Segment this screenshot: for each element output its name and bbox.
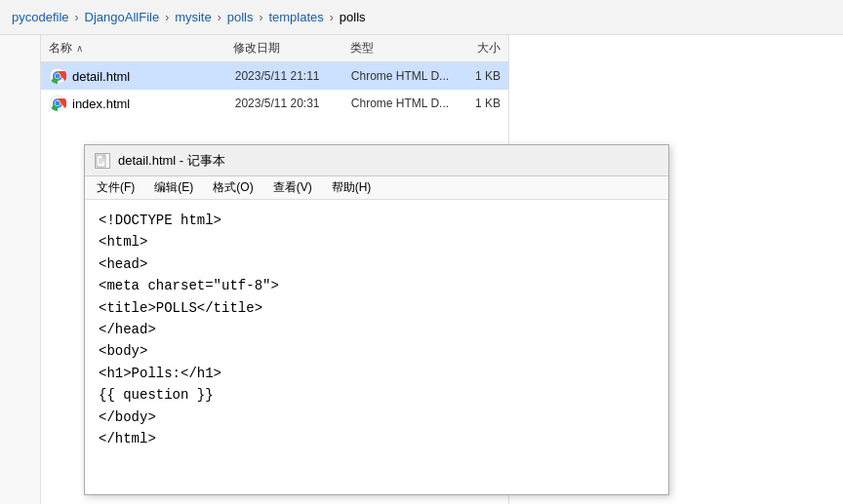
notepad-menu-edit[interactable]: 编辑(E) [150,177,197,198]
code-line: <body> [99,340,655,362]
notepad-window: detail.html - 记事本 文件(F) 编辑(E) 格式(O) 查看(V… [84,144,669,495]
col-header-modified[interactable]: 修改日期 [233,40,350,57]
notepad-title-text: detail.html - 记事本 [118,152,225,170]
col-header-name[interactable]: 名称 ∧ [49,40,233,57]
breadcrumb-item-4[interactable]: templates [268,10,323,24]
notepad-titlebar: detail.html - 记事本 [85,145,668,176]
file-size-detail: 1 KB [451,69,501,83]
file-modified-index: 2023/5/11 20:31 [235,97,351,110]
breadcrumb-bar: pycodefile › DjangoAllFile › mysite › po… [0,0,843,35]
breadcrumb-item-3[interactable]: polls [227,10,254,24]
col-header-type[interactable]: 类型 [350,40,451,57]
code-line: </head> [99,319,655,340]
code-line: <head> [99,253,655,275]
file-size-index: 1 KB [451,97,501,110]
notepad-menu-format[interactable]: 格式(O) [209,177,257,198]
notepad-menu: 文件(F) 编辑(E) 格式(O) 查看(V) 帮助(H) [85,176,668,200]
file-type-detail: Chrome HTML D... [351,69,451,83]
notepad-menu-help[interactable]: 帮助(H) [328,177,376,198]
code-line: </html> [99,428,655,449]
col-header-size[interactable]: 大小 [451,40,501,57]
notepad-menu-file[interactable]: 文件(F) [93,177,139,198]
code-line: <html> [99,231,655,252]
breadcrumb-sep-0: › [75,11,79,24]
breadcrumb-item-1[interactable]: DjangoAllFile [85,10,160,24]
chrome-icon-detail [49,67,66,85]
code-line: </body> [99,407,655,428]
code-line: <!DOCTYPE html> [99,210,655,231]
file-row-index[interactable]: index.html 2023/5/11 20:31 Chrome HTML D… [41,90,508,117]
code-line: <title>POLLS</title> [99,297,655,319]
notepad-menu-view[interactable]: 查看(V) [269,177,316,198]
file-type-index: Chrome HTML D... [351,97,451,110]
notepad-file-icon [95,153,110,169]
breadcrumb-item-2[interactable]: mysite [175,10,212,24]
file-name-index: index.html [72,97,235,111]
breadcrumb-current: polls [340,10,366,24]
breadcrumb-sep-2: › [218,11,221,24]
column-headers: 名称 ∧ 修改日期 类型 大小 [41,35,508,62]
breadcrumb-sep-3: › [259,11,262,24]
svg-point-7 [56,101,60,106]
file-row-detail[interactable]: detail.html 2023/5/11 21:11 Chrome HTML … [41,62,508,90]
breadcrumb-sep-1: › [165,11,169,24]
sort-arrow-icon: ∧ [76,43,83,54]
left-panel [0,35,41,504]
breadcrumb-item-0[interactable]: pycodefile [12,10,69,24]
code-line: <h1>Polls:</h1> [99,363,655,384]
file-name-detail: detail.html [72,69,235,84]
file-modified-detail: 2023/5/11 21:11 [235,69,351,83]
notepad-content[interactable]: <!DOCTYPE html><html><head><meta charset… [85,200,668,494]
code-line: {{ question }} [99,384,655,406]
breadcrumb-sep-4: › [330,11,334,24]
chrome-icon-index [49,95,66,112]
code-line: <meta charset="utf-8"> [99,275,655,296]
svg-point-3 [56,74,60,79]
